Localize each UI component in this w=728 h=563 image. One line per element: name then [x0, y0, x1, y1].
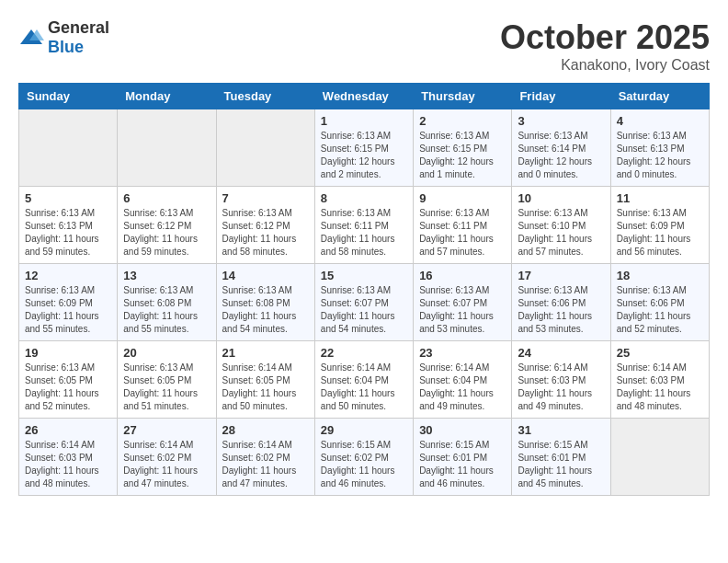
day-number: 9: [419, 191, 506, 205]
day-number: 21: [222, 346, 309, 360]
calendar-cell: 22Sunrise: 6:14 AM Sunset: 6:04 PM Dayli…: [314, 341, 413, 419]
title-area: October 2025 Kanakono, Ivory Coast: [500, 18, 710, 74]
logo-icon: [18, 28, 44, 48]
day-info: Sunrise: 6:13 AM Sunset: 6:12 PM Dayligh…: [222, 207, 309, 259]
calendar-cell: 11Sunrise: 6:13 AM Sunset: 6:09 PM Dayli…: [610, 187, 709, 264]
day-number: 4: [617, 114, 703, 128]
calendar-cell: 17Sunrise: 6:13 AM Sunset: 6:06 PM Dayli…: [512, 264, 610, 341]
calendar-cell: 14Sunrise: 6:13 AM Sunset: 6:08 PM Dayli…: [216, 264, 314, 341]
calendar-cell: 18Sunrise: 6:13 AM Sunset: 6:06 PM Dayli…: [610, 264, 709, 341]
calendar-cell: 12Sunrise: 6:13 AM Sunset: 6:09 PM Dayli…: [19, 264, 118, 341]
day-number: 6: [123, 191, 210, 205]
day-info: Sunrise: 6:14 AM Sunset: 6:05 PM Dayligh…: [222, 362, 309, 413]
calendar-cell: 21Sunrise: 6:14 AM Sunset: 6:05 PM Dayli…: [216, 341, 314, 419]
header: General Blue October 2025 Kanakono, Ivor…: [18, 18, 710, 74]
weekday-header-tuesday: Tuesday: [216, 84, 314, 109]
calendar-cell: 9Sunrise: 6:13 AM Sunset: 6:11 PM Daylig…: [414, 187, 512, 264]
day-info: Sunrise: 6:15 AM Sunset: 6:01 PM Dayligh…: [518, 439, 604, 490]
day-number: 26: [25, 423, 111, 437]
day-number: 5: [25, 191, 111, 205]
month-title: October 2025: [500, 18, 710, 57]
day-info: Sunrise: 6:13 AM Sunset: 6:10 PM Dayligh…: [518, 207, 604, 259]
day-number: 23: [419, 346, 506, 360]
day-info: Sunrise: 6:13 AM Sunset: 6:05 PM Dayligh…: [123, 362, 210, 413]
calendar-cell: 8Sunrise: 6:13 AM Sunset: 6:11 PM Daylig…: [314, 187, 413, 264]
day-info: Sunrise: 6:13 AM Sunset: 6:13 PM Dayligh…: [25, 207, 111, 259]
calendar-cell: [216, 109, 314, 187]
day-number: 3: [518, 114, 604, 128]
day-number: 12: [25, 269, 111, 282]
day-info: Sunrise: 6:13 AM Sunset: 6:07 PM Dayligh…: [321, 284, 407, 336]
day-info: Sunrise: 6:13 AM Sunset: 6:13 PM Dayligh…: [617, 130, 703, 181]
calendar-cell: 16Sunrise: 6:13 AM Sunset: 6:07 PM Dayli…: [414, 264, 512, 341]
day-info: Sunrise: 6:13 AM Sunset: 6:12 PM Dayligh…: [123, 207, 210, 259]
day-info: Sunrise: 6:13 AM Sunset: 6:07 PM Dayligh…: [419, 284, 506, 336]
day-info: Sunrise: 6:14 AM Sunset: 6:04 PM Dayligh…: [419, 362, 506, 413]
day-info: Sunrise: 6:13 AM Sunset: 6:08 PM Dayligh…: [222, 284, 309, 336]
day-number: 1: [321, 114, 407, 128]
day-info: Sunrise: 6:13 AM Sunset: 6:05 PM Dayligh…: [25, 362, 111, 413]
day-info: Sunrise: 6:13 AM Sunset: 6:11 PM Dayligh…: [321, 207, 407, 259]
calendar-cell: 13Sunrise: 6:13 AM Sunset: 6:08 PM Dayli…: [118, 264, 216, 341]
logo-general: General: [48, 18, 109, 37]
day-info: Sunrise: 6:14 AM Sunset: 6:02 PM Dayligh…: [222, 439, 309, 490]
calendar-cell: 6Sunrise: 6:13 AM Sunset: 6:12 PM Daylig…: [118, 187, 216, 264]
calendar-cell: 20Sunrise: 6:13 AM Sunset: 6:05 PM Dayli…: [118, 341, 216, 419]
weekday-header-friday: Friday: [512, 84, 610, 109]
day-info: Sunrise: 6:14 AM Sunset: 6:04 PM Dayligh…: [321, 362, 407, 413]
calendar-cell: 23Sunrise: 6:14 AM Sunset: 6:04 PM Dayli…: [414, 341, 512, 419]
location-title: Kanakono, Ivory Coast: [500, 57, 710, 74]
day-info: Sunrise: 6:14 AM Sunset: 6:03 PM Dayligh…: [518, 362, 604, 413]
day-number: 8: [321, 191, 407, 205]
calendar-cell: 2Sunrise: 6:13 AM Sunset: 6:15 PM Daylig…: [414, 109, 512, 187]
calendar-cell: 19Sunrise: 6:13 AM Sunset: 6:05 PM Dayli…: [19, 341, 118, 419]
calendar-cell: 4Sunrise: 6:13 AM Sunset: 6:13 PM Daylig…: [610, 109, 709, 187]
logo: General Blue: [18, 18, 109, 57]
day-number: 18: [617, 269, 703, 282]
day-info: Sunrise: 6:14 AM Sunset: 6:03 PM Dayligh…: [617, 362, 703, 413]
day-info: Sunrise: 6:13 AM Sunset: 6:11 PM Dayligh…: [419, 207, 506, 259]
calendar: SundayMondayTuesdayWednesdayThursdayFrid…: [18, 83, 710, 496]
calendar-cell: 28Sunrise: 6:14 AM Sunset: 6:02 PM Dayli…: [216, 419, 314, 496]
day-info: Sunrise: 6:13 AM Sunset: 6:09 PM Dayligh…: [617, 207, 703, 259]
day-info: Sunrise: 6:13 AM Sunset: 6:15 PM Dayligh…: [419, 130, 506, 181]
weekday-header-wednesday: Wednesday: [314, 84, 413, 109]
day-info: Sunrise: 6:13 AM Sunset: 6:15 PM Dayligh…: [321, 130, 407, 181]
day-number: 14: [222, 269, 309, 282]
day-info: Sunrise: 6:13 AM Sunset: 6:06 PM Dayligh…: [617, 284, 703, 336]
weekday-header-sunday: Sunday: [19, 84, 118, 109]
calendar-cell: [610, 419, 709, 496]
day-info: Sunrise: 6:15 AM Sunset: 6:01 PM Dayligh…: [419, 439, 506, 490]
day-number: 30: [419, 423, 506, 437]
day-number: 31: [518, 423, 604, 437]
calendar-cell: 10Sunrise: 6:13 AM Sunset: 6:10 PM Dayli…: [512, 187, 610, 264]
day-number: 24: [518, 346, 604, 360]
calendar-cell: 27Sunrise: 6:14 AM Sunset: 6:02 PM Dayli…: [118, 419, 216, 496]
day-info: Sunrise: 6:13 AM Sunset: 6:08 PM Dayligh…: [123, 284, 210, 336]
day-info: Sunrise: 6:13 AM Sunset: 6:14 PM Dayligh…: [518, 130, 604, 181]
logo-text: General Blue: [48, 18, 109, 57]
day-number: 25: [617, 346, 703, 360]
calendar-cell: 30Sunrise: 6:15 AM Sunset: 6:01 PM Dayli…: [414, 419, 512, 496]
day-number: 16: [419, 269, 506, 282]
day-info: Sunrise: 6:13 AM Sunset: 6:06 PM Dayligh…: [518, 284, 604, 336]
day-number: 2: [419, 114, 506, 128]
calendar-cell: 5Sunrise: 6:13 AM Sunset: 6:13 PM Daylig…: [19, 187, 118, 264]
calendar-cell: 15Sunrise: 6:13 AM Sunset: 6:07 PM Dayli…: [314, 264, 413, 341]
day-number: 7: [222, 191, 309, 205]
day-number: 15: [321, 269, 407, 282]
day-number: 28: [222, 423, 309, 437]
logo-blue: Blue: [48, 38, 84, 56]
calendar-cell: 1Sunrise: 6:13 AM Sunset: 6:15 PM Daylig…: [314, 109, 413, 187]
day-info: Sunrise: 6:14 AM Sunset: 6:02 PM Dayligh…: [123, 439, 210, 490]
weekday-header-thursday: Thursday: [414, 84, 512, 109]
weekday-header-saturday: Saturday: [610, 84, 709, 109]
calendar-cell: 25Sunrise: 6:14 AM Sunset: 6:03 PM Dayli…: [610, 341, 709, 419]
day-number: 13: [123, 269, 210, 282]
calendar-cell: 7Sunrise: 6:13 AM Sunset: 6:12 PM Daylig…: [216, 187, 314, 264]
day-number: 11: [617, 191, 703, 205]
day-info: Sunrise: 6:13 AM Sunset: 6:09 PM Dayligh…: [25, 284, 111, 336]
calendar-cell: 24Sunrise: 6:14 AM Sunset: 6:03 PM Dayli…: [512, 341, 610, 419]
day-number: 22: [321, 346, 407, 360]
day-info: Sunrise: 6:15 AM Sunset: 6:02 PM Dayligh…: [321, 439, 407, 490]
